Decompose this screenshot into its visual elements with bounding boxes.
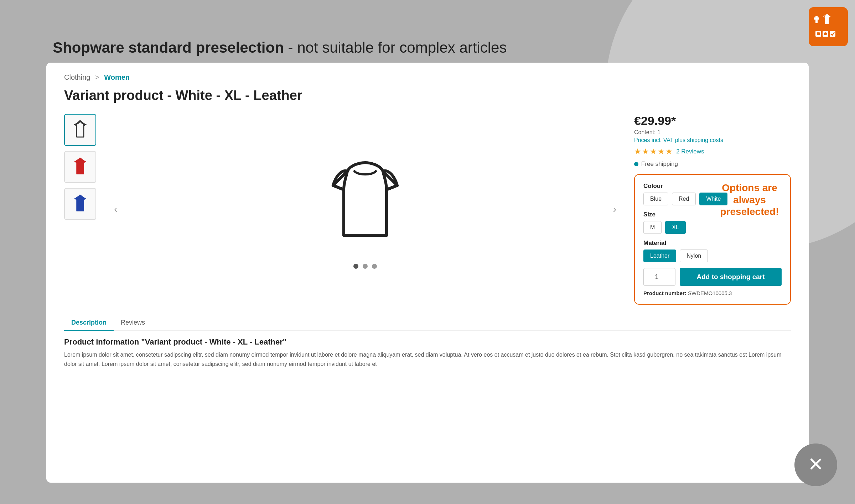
svg-rect-6 [817, 32, 820, 35]
product-price: €29.99* [634, 114, 791, 128]
close-icon: × [809, 451, 823, 476]
size-btn-m[interactable]: M [643, 221, 662, 234]
product-card: Clothing > Women Variant product - White… [46, 63, 809, 483]
cart-row: Add to shopping cart [643, 268, 782, 286]
thumbnail-white[interactable] [64, 114, 96, 146]
breadcrumb-current: Women [104, 73, 130, 81]
star-rating: ★ ★ ★ ★ ★ [634, 147, 673, 156]
svg-rect-1 [814, 17, 819, 20]
star-5: ★ [665, 147, 673, 156]
carousel-next-button[interactable]: › [610, 200, 620, 219]
star-3: ★ [650, 147, 657, 156]
options-callout: Options are always preselected! [717, 182, 782, 218]
close-button[interactable]: × [794, 443, 837, 486]
shipping-indicator [634, 162, 638, 166]
svg-point-5 [824, 32, 827, 35]
review-count[interactable]: 2 Reviews [676, 148, 704, 155]
product-title: Variant product - White - XL - Leather [64, 88, 791, 103]
carousel-dot-2[interactable] [363, 264, 368, 269]
thumbnail-red-icon [69, 156, 91, 178]
carousel-prev-button[interactable]: ‹ [110, 200, 121, 219]
product-info-title: Product information "Variant product - W… [64, 337, 791, 347]
product-description: Lorem ipsum dolor sit amet, consetetur s… [64, 350, 791, 368]
material-buttons: Leather Nylon [643, 250, 782, 262]
thumbnail-blue-icon [69, 193, 91, 215]
logo-icon: checkmark box [814, 12, 843, 41]
carousel-dot-3[interactable] [372, 264, 377, 269]
product-vat-info: Prices incl. VAT plus shipping costs [634, 137, 791, 143]
star-4: ★ [658, 147, 665, 156]
colour-btn-blue[interactable]: Blue [643, 193, 668, 205]
tab-reviews[interactable]: Reviews [114, 315, 152, 331]
size-buttons: M XL [643, 221, 782, 234]
shipping-label: Free shipping [641, 161, 678, 168]
main-image-area: ‹ [110, 114, 620, 305]
options-box: Colour Blue Red White Size M XL [634, 174, 791, 305]
shipping-row: Free shipping [634, 161, 791, 168]
material-btn-nylon[interactable]: Nylon [680, 250, 708, 262]
thumbnail-white-icon [69, 119, 91, 141]
breadcrumb: Clothing > Women [64, 73, 791, 82]
thumbnail-blue[interactable] [64, 188, 96, 220]
material-label: Material [643, 240, 782, 247]
size-btn-xl[interactable]: XL [665, 221, 686, 234]
thumbnail-red[interactable] [64, 151, 96, 183]
product-content-info: Content: 1 [634, 129, 791, 136]
material-option-group: Material Leather Nylon [643, 240, 782, 262]
add-to-cart-button[interactable]: Add to shopping cart [680, 268, 782, 286]
breadcrumb-parent-link[interactable]: Clothing [64, 73, 90, 81]
thumbnail-list [64, 114, 96, 305]
breadcrumb-separator: > [95, 73, 99, 81]
carousel-dots [353, 264, 377, 269]
tab-description[interactable]: Description [64, 315, 114, 331]
carousel-dot-1[interactable] [353, 264, 358, 269]
product-number: Product number: SWDEMO10005.3 [643, 290, 782, 296]
page-heading: Shopware standard preselection - not sui… [53, 39, 507, 56]
star-1: ★ [634, 147, 641, 156]
product-main-image [315, 150, 415, 257]
star-2: ★ [642, 147, 649, 156]
colour-btn-red[interactable]: Red [672, 193, 696, 205]
reviews-row: ★ ★ ★ ★ ★ 2 Reviews [634, 147, 791, 156]
svg-rect-4: checkmark box [830, 31, 835, 37]
material-btn-leather[interactable]: Leather [643, 250, 676, 262]
product-tabs: Description Reviews [64, 315, 791, 331]
product-layout: ‹ [64, 114, 791, 305]
quantity-input[interactable] [643, 268, 675, 286]
product-details: €29.99* Content: 1 Prices incl. VAT plus… [634, 114, 791, 305]
logo-badge: checkmark box [809, 7, 848, 46]
